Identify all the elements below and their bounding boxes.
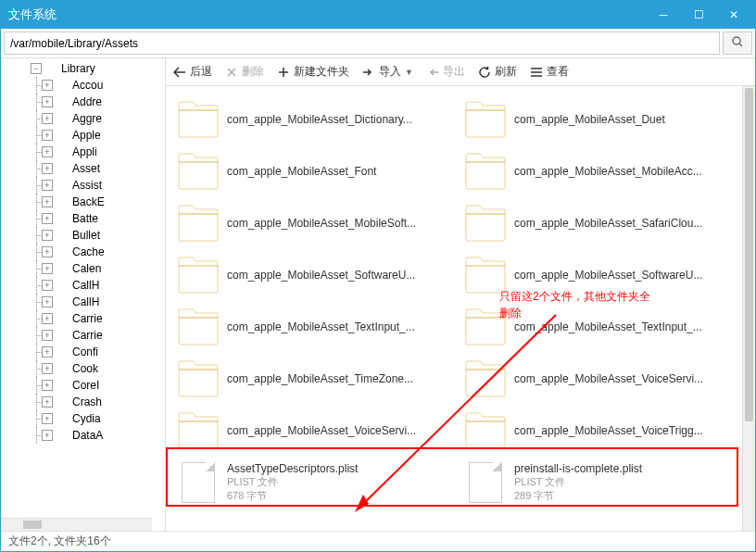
maximize-button[interactable]: ☐ (685, 5, 712, 25)
tree-item[interactable]: +Confi (1, 344, 165, 360)
tree-item[interactable]: +Assist (1, 177, 165, 194)
folder-item[interactable]: com_apple_MobileAsset_VoiceServi... (173, 405, 460, 457)
tree-item[interactable]: +Cook (1, 360, 165, 377)
folder-item[interactable]: com_apple_MobileAsset_MobileSoft... (173, 197, 460, 249)
folder-item[interactable]: com_apple_MobileAsset_TextInput_... (173, 301, 460, 353)
tree-item[interactable]: +CoreI (1, 377, 165, 394)
address-bar: /var/mobile/Library/Assets (1, 29, 755, 58)
import-button[interactable]: 导入 ▼ (362, 64, 413, 80)
folder-item[interactable]: com_apple_MobileAsset_MobileAcc... (460, 145, 748, 197)
folder-item[interactable]: com_apple_MobileAsset_SoftwareU... (460, 249, 748, 301)
folder-icon (55, 79, 69, 92)
folder-icon (55, 362, 69, 375)
expand-icon[interactable]: + (42, 363, 53, 374)
export-button[interactable]: 导出 (426, 64, 465, 80)
folder-item[interactable]: com_apple_MobileAsset_TimeZone... (173, 353, 460, 405)
tree-item[interactable]: +Addre (1, 94, 165, 110)
view-button[interactable]: 查看 (530, 64, 569, 80)
folder-icon (55, 245, 69, 258)
tree-item[interactable]: +Batte (1, 210, 165, 227)
folder-icon (55, 345, 69, 358)
tree-item[interactable]: +BackE (1, 194, 165, 210)
tree-item[interactable]: +Cache (1, 244, 165, 260)
tree-item[interactable]: +Carrie (1, 327, 165, 344)
folder-item[interactable]: com_apple_MobileAsset_Dictionary... (173, 94, 460, 145)
tree-item[interactable]: +Carrie (1, 310, 165, 327)
folder-icon (55, 312, 69, 325)
folder-item[interactable]: com_apple_MobileAsset_Font (173, 145, 460, 197)
path-input[interactable]: /var/mobile/Library/Assets (4, 31, 720, 55)
back-button[interactable]: 后退 (173, 64, 212, 80)
tree-item[interactable]: +Asset (1, 160, 165, 177)
tree-item[interactable]: +Cydia (1, 410, 165, 427)
tree-item[interactable]: +Apple (1, 127, 165, 144)
folder-icon (175, 304, 221, 350)
file-list[interactable]: com_apple_MobileAsset_Dictionary...com_a… (166, 86, 755, 531)
collapse-icon[interactable]: − (31, 63, 42, 74)
folder-icon (462, 252, 509, 298)
delete-button[interactable]: 删除 (225, 64, 264, 80)
file-item[interactable]: AssetTypeDescriptors.plistPLIST 文件678 字节 (173, 457, 460, 508)
folder-item[interactable]: com_apple_MobileAsset_SoftwareU... (173, 249, 460, 301)
tree-item[interactable]: +CallH (1, 277, 165, 294)
folder-item[interactable]: com_apple_MobileAsset_Duet (460, 94, 748, 145)
file-item[interactable]: preinstall-is-complete.plistPLIST 文件289 … (460, 457, 748, 508)
expand-icon[interactable]: + (42, 430, 53, 441)
expand-icon[interactable]: + (42, 163, 53, 174)
close-button[interactable]: ✕ (720, 5, 748, 25)
folder-icon (175, 96, 221, 143)
expand-icon[interactable]: + (42, 96, 53, 107)
expand-icon[interactable]: + (42, 330, 53, 341)
expand-icon[interactable]: + (42, 113, 53, 124)
expand-icon[interactable]: + (42, 246, 53, 257)
tree-item[interactable]: +CallH (1, 294, 165, 310)
sidebar-h-scrollbar[interactable] (1, 518, 152, 531)
expand-icon[interactable]: + (42, 230, 53, 241)
titlebar: 文件系统 ─ ☐ ✕ (1, 1, 755, 29)
expand-icon[interactable]: + (42, 280, 53, 291)
folder-icon (175, 408, 221, 454)
folder-item[interactable]: com_apple_MobileAsset_TextInput_... (460, 301, 748, 353)
expand-icon[interactable]: + (42, 380, 53, 391)
new-folder-button[interactable]: 新建文件夹 (277, 64, 349, 80)
expand-icon[interactable]: + (42, 346, 53, 358)
expand-icon[interactable]: + (42, 396, 53, 408)
folder-item[interactable]: com_apple_MobileAsset_VoiceServi... (460, 353, 748, 405)
folder-icon (55, 229, 69, 242)
folder-icon (55, 145, 69, 158)
sidebar: − Library +Accou+Addre+Aggre+Apple+Appli… (1, 58, 166, 531)
expand-icon[interactable]: + (42, 213, 53, 224)
tree-item[interactable]: +Aggre (1, 110, 165, 127)
export-icon (426, 66, 439, 79)
expand-icon[interactable]: + (42, 413, 53, 424)
expand-icon[interactable]: + (42, 130, 53, 141)
tree-item[interactable]: +DataA (1, 427, 165, 444)
expand-icon[interactable]: + (42, 296, 53, 307)
folder-icon (55, 262, 69, 275)
folder-item[interactable]: com_apple_MobileAsset_SafariClou... (460, 197, 748, 249)
expand-icon[interactable]: + (42, 80, 53, 91)
expand-icon[interactable]: + (42, 313, 53, 324)
plist-file-icon (462, 459, 509, 506)
expand-icon[interactable]: + (42, 180, 53, 191)
folder-icon (55, 412, 69, 425)
tree: − Library +Accou+Addre+Aggre+Apple+Appli… (1, 58, 165, 445)
tree-item[interactable]: +Accou (1, 77, 165, 94)
back-icon (173, 66, 186, 79)
expand-icon[interactable]: + (42, 196, 53, 207)
file-v-scrollbar[interactable] (742, 86, 755, 531)
folder-icon (462, 408, 509, 454)
folder-item[interactable]: com_apple_MobileAsset_VoiceTrigg... (460, 405, 748, 457)
minimize-button[interactable]: ─ (649, 5, 677, 25)
expand-icon[interactable]: + (42, 146, 53, 157)
tree-item[interactable]: +Bullet (1, 227, 165, 244)
search-button[interactable] (723, 31, 752, 55)
expand-icon[interactable]: + (42, 263, 53, 274)
tree-item[interactable]: +Appli (1, 144, 165, 160)
folder-icon (55, 379, 69, 392)
refresh-button[interactable]: 刷新 (478, 64, 517, 80)
folder-icon (175, 356, 221, 402)
tree-item[interactable]: +Crash (1, 394, 165, 410)
tree-root[interactable]: − Library (1, 60, 165, 77)
tree-item[interactable]: +Calen (1, 260, 165, 277)
